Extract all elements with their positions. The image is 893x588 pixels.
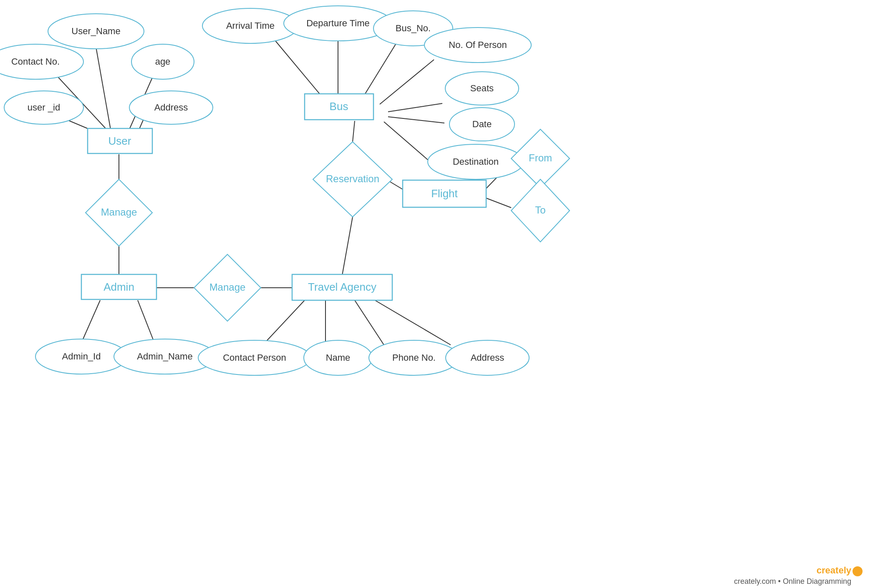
svg-line-22 bbox=[353, 121, 355, 142]
attr-date-label: Date bbox=[472, 119, 492, 129]
svg-line-20 bbox=[388, 117, 444, 123]
entity-admin-label: Admin bbox=[103, 281, 134, 293]
svg-line-7 bbox=[81, 300, 100, 343]
diamond-from-label: From bbox=[529, 152, 552, 163]
svg-line-13 bbox=[355, 300, 384, 345]
svg-line-19 bbox=[388, 103, 442, 112]
attr-address-user-label: Address bbox=[154, 102, 188, 113]
attr-name-label: Name bbox=[326, 352, 351, 363]
relationship-manage1-label: Manage bbox=[101, 206, 137, 218]
attr-departure-time-label: Departure Time bbox=[306, 18, 370, 28]
attr-admin-id-label: Admin_Id bbox=[62, 351, 101, 362]
watermark-brand: creately bbox=[817, 565, 852, 575]
attr-user-name-label: User_Name bbox=[71, 26, 120, 36]
entity-bus-label: Bus bbox=[330, 100, 348, 113]
watermark-logo bbox=[853, 566, 863, 576]
svg-line-11 bbox=[263, 300, 305, 345]
relationship-manage2-label: Manage bbox=[209, 281, 246, 293]
attr-phone-no-label: Phone No. bbox=[392, 352, 436, 363]
attr-destination-label: Destination bbox=[453, 156, 499, 167]
entity-travel-agency-label: Travel Agency bbox=[308, 281, 376, 293]
svg-line-0 bbox=[96, 47, 111, 129]
entity-flight-label: Flight bbox=[431, 187, 458, 200]
attr-age-label: age bbox=[155, 56, 171, 67]
svg-line-24 bbox=[342, 217, 353, 275]
svg-line-17 bbox=[363, 43, 396, 97]
attr-address-ta-label: Address bbox=[471, 352, 505, 363]
svg-line-8 bbox=[138, 300, 154, 343]
attr-contact-no-label: Contact No. bbox=[11, 56, 60, 67]
svg-line-18 bbox=[380, 60, 434, 104]
attr-admin-name-label: Admin_Name bbox=[137, 351, 192, 362]
attr-bus-no-label: Bus_No. bbox=[396, 23, 431, 33]
svg-line-21 bbox=[384, 122, 428, 160]
diamond-to-label: To bbox=[535, 204, 545, 216]
relationship-reservation-label: Reservation bbox=[326, 173, 379, 184]
svg-line-26 bbox=[486, 198, 511, 208]
attr-arrival-time-label: Arrival Time bbox=[226, 20, 275, 31]
attr-no-of-person-label: No. Of Person bbox=[449, 40, 507, 50]
svg-line-14 bbox=[371, 298, 451, 345]
attr-user-id-label: user _id bbox=[28, 102, 60, 113]
attr-contact-person-label: Contact Person bbox=[223, 352, 286, 363]
entity-user-label: User bbox=[108, 135, 131, 147]
svg-line-15 bbox=[275, 41, 321, 96]
watermark-tagline: creately.com • Online Diagramming bbox=[734, 577, 851, 585]
attr-seats-label: Seats bbox=[470, 83, 494, 93]
